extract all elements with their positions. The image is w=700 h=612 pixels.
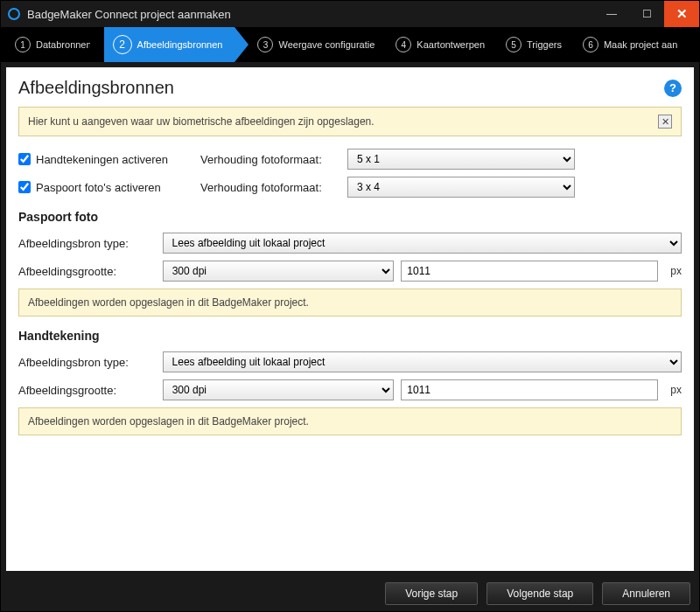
source-label: Afbeeldingsbron type: xyxy=(18,237,156,250)
step-label: Triggers xyxy=(527,39,562,50)
px-unit: px xyxy=(670,384,682,396)
minimize-button[interactable]: — xyxy=(594,1,629,27)
maximize-button[interactable]: ☐ xyxy=(629,1,664,27)
content-pane: Afbeeldingsbronnen ? Hier kunt u aangeve… xyxy=(6,67,694,571)
checkbox-passport[interactable]: Paspoort foto's activeren xyxy=(18,181,193,194)
signature-note: Afbeeldingen worden opgeslagen in dit Ba… xyxy=(18,407,682,435)
signatures-ratio-select[interactable]: 5 x 1 xyxy=(347,149,575,170)
signature-dpi-select[interactable]: 300 dpi xyxy=(163,379,395,400)
section-title-signature: Handtekening xyxy=(18,329,682,343)
signature-source-select[interactable]: Lees afbeelding uit lokaal project xyxy=(163,351,682,372)
row-passport-source: Afbeeldingsbron type: Lees afbeelding ui… xyxy=(18,233,682,254)
passport-checkbox[interactable] xyxy=(18,181,31,193)
page-heading: Afbeeldingsbronnen ? xyxy=(18,78,682,98)
ratio-label: Verhouding fotoformaat: xyxy=(200,181,340,194)
step-number: 1 xyxy=(15,37,31,52)
info-close-icon[interactable]: ✕ xyxy=(658,115,672,129)
step-label: Databronnen xyxy=(36,39,92,50)
row-passport-size: Afbeeldingsgrootte: 300 dpi px xyxy=(18,261,682,282)
signature-px-input[interactable] xyxy=(401,379,658,400)
source-label: Afbeeldingsbron type: xyxy=(18,356,156,369)
row-signature-source: Afbeeldingsbron type: Lees afbeelding ui… xyxy=(18,351,682,372)
ratio-label: Verhouding fotoformaat: xyxy=(200,153,340,166)
cancel-button[interactable]: Annuleren xyxy=(602,582,690,605)
row-signature-size: Afbeeldingsgrootte: 300 dpi px xyxy=(18,379,682,400)
page-title: Afbeeldingsbronnen xyxy=(18,78,174,98)
footer: Vorige stap Volgende stap Annuleren xyxy=(1,576,699,611)
px-unit: px xyxy=(670,265,682,277)
info-banner: Hier kunt u aangeven waar uw biometrisch… xyxy=(18,107,682,136)
passport-dpi-select[interactable]: 300 dpi xyxy=(163,261,395,282)
step-number: 5 xyxy=(506,37,522,52)
step-number: 2 xyxy=(113,35,132,54)
step-maak-project[interactable]: 6 Maak project aan xyxy=(574,27,690,62)
step-weergave[interactable]: 3 Weergave configuratie xyxy=(248,27,387,62)
help-icon[interactable]: ? xyxy=(664,80,682,97)
section-title-passport: Paspoort foto xyxy=(18,210,682,224)
passport-note: Afbeeldingen worden opgeslagen in dit Ba… xyxy=(18,289,682,316)
size-label: Afbeeldingsgrootte: xyxy=(18,265,156,278)
step-afbeeldingsbronnen[interactable]: 2 Afbeeldingsbronnen xyxy=(104,27,235,62)
step-kaartontwerpen[interactable]: 4 Kaartontwerpen xyxy=(387,27,497,62)
passport-ratio-select[interactable]: 3 x 4 xyxy=(347,177,575,198)
app-window: BadgeMaker Connect project aanmaken — ☐ … xyxy=(0,0,700,612)
step-number: 4 xyxy=(396,37,411,52)
step-number: 6 xyxy=(583,37,598,52)
row-signatures-activate: Handtekeningen activeren Verhouding foto… xyxy=(18,149,682,170)
titlebar: BadgeMaker Connect project aanmaken — ☐ … xyxy=(1,1,699,27)
passport-label: Paspoort foto's activeren xyxy=(36,181,161,194)
size-label: Afbeeldingsgrootte: xyxy=(18,384,156,397)
close-button[interactable]: ✕ xyxy=(664,1,699,27)
step-label: Kaartontwerpen xyxy=(416,39,485,50)
next-button[interactable]: Volgende stap xyxy=(486,582,593,605)
info-text: Hier kunt u aangeven waar uw biometrisch… xyxy=(28,115,374,128)
step-triggers[interactable]: 5 Triggers xyxy=(497,27,574,62)
prev-button[interactable]: Vorige stap xyxy=(385,582,478,605)
app-logo-icon xyxy=(8,8,20,20)
step-number: 3 xyxy=(257,37,273,52)
wizard-steps: 1 Databronnen 2 Afbeeldingsbronnen 3 Wee… xyxy=(1,27,699,62)
step-label: Afbeeldingsbronnen xyxy=(137,39,223,50)
signatures-label: Handtekeningen activeren xyxy=(36,153,168,166)
step-label: Maak project aan xyxy=(604,39,677,50)
signatures-checkbox[interactable] xyxy=(18,153,31,165)
row-passport-activate: Paspoort foto's activeren Verhouding fot… xyxy=(18,177,682,198)
step-label: Weergave configuratie xyxy=(278,39,374,50)
window-title: BadgeMaker Connect project aanmaken xyxy=(27,8,231,21)
passport-px-input[interactable] xyxy=(401,261,658,282)
checkbox-signatures[interactable]: Handtekeningen activeren xyxy=(18,153,193,166)
passport-source-select[interactable]: Lees afbeelding uit lokaal project xyxy=(163,233,682,254)
